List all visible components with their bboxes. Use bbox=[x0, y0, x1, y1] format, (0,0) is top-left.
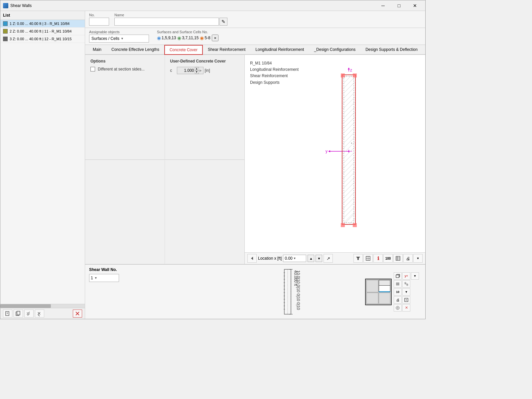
settings-button[interactable] bbox=[394, 304, 402, 312]
svg-line-35 bbox=[340, 125, 357, 141]
tab-content: Options Different at section sides... Us… bbox=[85, 55, 425, 264]
y-view-button[interactable]: y+ bbox=[402, 272, 410, 280]
print-button[interactable]: 🖨 bbox=[403, 254, 413, 263]
c-input-row: c 1.000 ▲ ▼ ▶ [in] bbox=[170, 67, 239, 74]
zoom-number-dropdown[interactable]: ▼ bbox=[402, 288, 410, 296]
list-scrollbar[interactable] bbox=[0, 304, 85, 308]
list-item[interactable]: 1 Z: 0.00 ... 40.00 ft | 3 - R_M1 10/84 bbox=[0, 20, 85, 28]
tab-shear-reinforcement[interactable]: Shear Reinforcement bbox=[203, 45, 250, 55]
print-bottom-button[interactable]: 🖨 bbox=[394, 296, 402, 304]
arrow-tool-button[interactable]: ↗ bbox=[324, 254, 333, 263]
minimize-button[interactable]: ─ bbox=[375, 2, 391, 10]
viz-line2: Shear Reinforcement bbox=[250, 73, 299, 79]
grid-cell-tl bbox=[366, 280, 378, 292]
info-button[interactable]: ℹ bbox=[373, 254, 383, 263]
form-section: Options Different at section sides... Us… bbox=[85, 55, 244, 160]
view-2d-button[interactable] bbox=[363, 254, 373, 263]
bottom-left: Shear Wall No. 1 ▼ bbox=[85, 265, 223, 319]
svg-line-28 bbox=[340, 90, 357, 106]
delete-button[interactable] bbox=[73, 310, 82, 318]
list-item-label: 1 Z: 0.00 ... 40.00 ft | 3 - R_M1 10/84 bbox=[10, 22, 69, 26]
uncheck-all-button[interactable] bbox=[35, 310, 44, 318]
svg-point-94 bbox=[407, 284, 408, 286]
viz-toolbar-right: ℹ 100 🖨 ▼ bbox=[353, 254, 423, 263]
shear-wall-select-row: 1 ▼ bbox=[89, 274, 219, 282]
wall-cross-section-svg: z y bbox=[309, 65, 409, 238]
svg-point-93 bbox=[405, 282, 406, 284]
svg-rect-65 bbox=[396, 256, 400, 260]
viz-area: R_M1 10/84 Longitudinal Reinforcement Sh… bbox=[245, 55, 425, 264]
print-dropdown-button[interactable]: ▼ bbox=[413, 254, 423, 263]
close-button[interactable]: ✕ bbox=[407, 2, 423, 10]
tab-longitudinal-reinforcement[interactable]: Longitudinal Reinforcement bbox=[250, 45, 309, 55]
name-input[interactable] bbox=[114, 18, 219, 26]
view-table-button[interactable] bbox=[393, 254, 403, 263]
shear-wall-select[interactable]: 1 ▼ bbox=[89, 274, 119, 282]
nav-back-button[interactable] bbox=[247, 254, 257, 263]
delete-bottom-button[interactable]: ✕ bbox=[402, 304, 410, 312]
filter-button[interactable] bbox=[353, 254, 363, 263]
svg-marker-14 bbox=[328, 150, 330, 152]
svg-line-32 bbox=[340, 110, 357, 126]
location-step-up[interactable]: ▲ bbox=[308, 255, 314, 262]
svg-rect-58 bbox=[341, 223, 345, 227]
layers-button[interactable] bbox=[394, 280, 402, 288]
c-spin-down[interactable]: ▼ bbox=[195, 70, 199, 74]
location-input[interactable]: 0.00 ▼ bbox=[283, 255, 306, 262]
list-header: List bbox=[0, 11, 85, 20]
svg-marker-61 bbox=[356, 257, 360, 260]
form-area: Options Different at section sides... Us… bbox=[85, 55, 245, 264]
user-defined-cell: User-Defined Concrete Cover c 1.000 ▲ ▼ bbox=[165, 55, 245, 159]
svg-point-100 bbox=[396, 306, 399, 310]
svg-rect-88 bbox=[396, 275, 399, 278]
tab-effective-lengths[interactable]: Concrete Effective Lengths bbox=[106, 45, 164, 55]
surface-icon-blue: ◉ bbox=[157, 35, 161, 41]
new-button[interactable] bbox=[3, 310, 12, 318]
location-label: Location x [ft] bbox=[258, 256, 282, 261]
surfaces-clear-button[interactable]: ✕ bbox=[212, 35, 218, 41]
svg-line-45 bbox=[340, 175, 357, 191]
c-value: 1.000 bbox=[184, 68, 194, 73]
different-at-section-checkbox[interactable] bbox=[90, 67, 95, 71]
assignable-value: Surfaces / Cells bbox=[91, 36, 119, 41]
edit-name-button[interactable]: ✎ bbox=[219, 18, 227, 26]
assignable-combo[interactable]: Surfaces / Cells ▼ bbox=[89, 35, 149, 43]
location-value: 0.00 bbox=[285, 256, 292, 261]
view-3d-button[interactable] bbox=[394, 272, 402, 280]
grid-view-selector[interactable] bbox=[365, 279, 392, 305]
tab-design-supports[interactable]: Design Supports & Deflection bbox=[360, 45, 423, 55]
no-input[interactable] bbox=[89, 18, 109, 26]
zoom-100-button[interactable]: 100 bbox=[383, 254, 393, 263]
name-label: Name bbox=[114, 13, 227, 17]
viz-toolbar-left: Location x [ft] 0.00 ▼ ▲ ▼ ↗ bbox=[247, 254, 333, 263]
tab-design-configurations[interactable]: _Design Configurations bbox=[309, 45, 360, 55]
svg-line-49 bbox=[340, 195, 357, 211]
viz-toolbar: Location x [ft] 0.00 ▼ ▲ ▼ ↗ bbox=[245, 252, 425, 264]
check-all-button[interactable] bbox=[24, 310, 34, 318]
c-spin-up[interactable]: ▲ bbox=[195, 67, 199, 70]
tab-concrete-cover[interactable]: Concrete Cover bbox=[164, 45, 203, 55]
surface-icon-green: ◉ bbox=[177, 35, 181, 41]
options-title: Options bbox=[90, 59, 159, 64]
bottom-panel: Shear Wall No. 1 ▼ bbox=[85, 264, 425, 319]
svg-line-26 bbox=[340, 80, 357, 96]
assignable-label: Assignable objects bbox=[89, 30, 149, 34]
shear-wall-no-label: Shear Wall No. bbox=[89, 267, 219, 272]
window-title: Shear Walls bbox=[10, 3, 32, 8]
zoom-number-button[interactable]: 10 bbox=[394, 288, 402, 296]
svg-text:z: z bbox=[350, 68, 352, 72]
location-step-down[interactable]: ▼ bbox=[316, 255, 322, 262]
c-right-arrow[interactable]: ▶ bbox=[200, 69, 202, 72]
list-item[interactable]: 2 Z: 0.00 ... 40.00 ft | 11 - R_M1 10/84 bbox=[0, 28, 85, 35]
extra-button-1[interactable] bbox=[402, 296, 410, 304]
svg-rect-57 bbox=[353, 73, 357, 77]
maximize-button[interactable]: □ bbox=[391, 2, 407, 10]
user-defined-title: User-Defined Concrete Cover bbox=[170, 59, 239, 64]
list-item-label: 2 Z: 0.00 ... 40.00 ft | 11 - R_M1 10/84 bbox=[10, 29, 71, 33]
properties-button[interactable] bbox=[402, 280, 410, 288]
svg-text:10.0|10 0|10 0|10 0|10: 10.0|10 0|10 0|10 0|10 bbox=[296, 270, 301, 310]
list-item[interactable]: 3 Z: 0.00 ... 40.00 ft | 12 - R_M1 10/15 bbox=[0, 35, 85, 43]
dropdown-tool-button[interactable]: ▼ bbox=[411, 272, 419, 280]
tab-main[interactable]: Main bbox=[88, 45, 106, 55]
duplicate-button[interactable] bbox=[14, 310, 23, 318]
